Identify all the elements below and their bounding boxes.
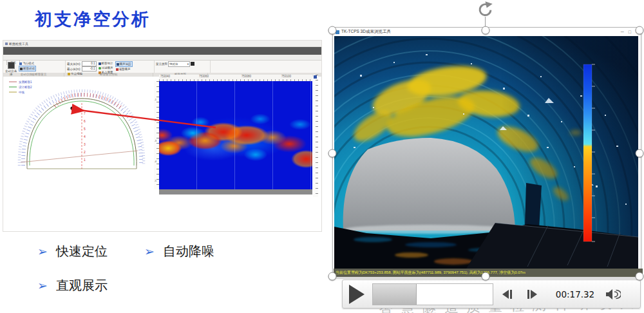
svg-text:1: 1 <box>84 158 86 162</box>
step-back-icon <box>502 290 509 299</box>
resize-handle-top-left[interactable] <box>328 26 337 35</box>
locator-arrow <box>62 102 227 138</box>
step-back-button[interactable] <box>502 290 513 299</box>
legend-item-1: 实测断面1 <box>19 80 32 84</box>
heatmap-bottom-bar <box>159 189 312 194</box>
resize-handle-mid-left[interactable] <box>328 149 337 158</box>
side-recess <box>525 183 542 229</box>
arrow-bullet-icon: ➢ <box>37 278 48 293</box>
filter-icon <box>99 67 101 70</box>
clear-noise-button[interactable]: 清除噪声 <box>115 67 133 71</box>
media-control-bar: 00:17.32 <box>342 280 641 308</box>
station-icon <box>8 62 15 69</box>
resize-handle-top-center[interactable] <box>482 26 490 35</box>
step-forward-icon <box>531 290 537 299</box>
resize-handle-bottom-center[interactable] <box>482 272 490 281</box>
max-value-input[interactable]: 0.1 <box>82 61 97 66</box>
play-button[interactable] <box>349 285 365 304</box>
legend-item-3: 中线 <box>19 91 25 94</box>
svg-text:3: 3 <box>84 142 86 146</box>
slide-canvas: 初支净空分析 断面检查工具 表示 全站仪选择 飞行模式 <box>0 0 644 313</box>
resize-handle-top-right[interactable] <box>636 26 644 35</box>
display-type-label: 显示类型 <box>156 62 167 66</box>
group-label-2: 断面显示控制 <box>64 73 153 77</box>
tunnel-cross-section-diagram: 实测断面1 设计断面2 中线 7 6 5 4 3 2 1 <box>6 77 155 206</box>
bullet-auto-denoise: ➢ 自动降噪 <box>144 243 214 260</box>
step-forward-button[interactable] <box>526 290 537 299</box>
resize-handle-mid-right[interactable] <box>636 149 644 158</box>
arrow-bullet-icon: ➢ <box>37 244 48 259</box>
rotate-handle-icon[interactable] <box>477 1 494 18</box>
filter-noise-button[interactable]: 过滤噪声 <box>98 66 114 70</box>
resize-handle-bottom-right[interactable] <box>636 272 644 281</box>
app-toolbar: 全站仪选择 飞行模式 断面捕捉 最大值(m): <box>3 61 321 73</box>
chevron-down-icon: ▾ <box>187 62 189 66</box>
mute-icon[interactable] <box>605 289 621 300</box>
legend-item-2: 设计断面2 <box>19 85 32 89</box>
arrow-bullet-icon: ➢ <box>144 244 155 259</box>
section-stat-button[interactable]: 断面统计 <box>98 61 114 66</box>
app-titlebar: 断面检查工具 <box>3 41 321 47</box>
palette-button[interactable] <box>191 62 194 66</box>
svg-text:2: 2 <box>84 150 86 154</box>
group-label-1: 全站仪指标断面显示 <box>3 73 64 77</box>
video-object[interactable]: TK-TCPS 3D成果浏览工具 ─ □ × <box>332 27 641 278</box>
min-value-input[interactable]: -0.1 <box>82 66 97 71</box>
display-type-select[interactable]: 绝对值 ▾ <box>168 61 190 67</box>
bullet-quick-locate: ➢ 快速定位 <box>37 243 108 260</box>
seek-bar[interactable] <box>372 283 493 305</box>
app-tabstrip: 表示 <box>3 55 321 61</box>
capture-icon <box>20 68 23 70</box>
heatmap-right-ruler <box>313 75 318 197</box>
stat-icon <box>99 62 101 65</box>
clear-icon <box>116 68 118 71</box>
fly-mode-button[interactable]: 飞行模式 <box>19 61 36 66</box>
station-select-button[interactable]: 全站仪选择 <box>5 61 17 72</box>
app-icon <box>5 43 8 45</box>
resize-handle-bottom-left[interactable] <box>328 272 337 281</box>
minimize-button[interactable]: ─ <box>621 30 624 34</box>
max-value-label: 最大值(m): <box>67 62 81 66</box>
app-ribbon-band <box>3 47 321 55</box>
page-title: 初支净空分析 <box>35 8 151 31</box>
noise-track-button[interactable]: 噪声追踪 <box>115 61 133 67</box>
section-capture-button[interactable]: 断面捕捉 <box>19 66 36 71</box>
scroll-button[interactable] <box>314 75 317 79</box>
track-icon <box>117 63 119 66</box>
tunnel-3d-view[interactable] <box>334 36 638 269</box>
app-title: 断面检查工具 <box>9 42 28 46</box>
min-value-label: 最小值(m): <box>67 68 81 71</box>
bullet-visual-display: ➢ 直观展示 <box>37 277 108 294</box>
trend-line <box>21 151 138 162</box>
fly-icon <box>19 62 22 65</box>
video-window-title: TK-TCPS 3D成果浏览工具 <box>341 29 391 35</box>
elapsed-time: 00:17.32 <box>551 289 599 299</box>
seek-bar-progress <box>373 284 417 305</box>
maximize-button[interactable]: □ <box>629 30 631 34</box>
